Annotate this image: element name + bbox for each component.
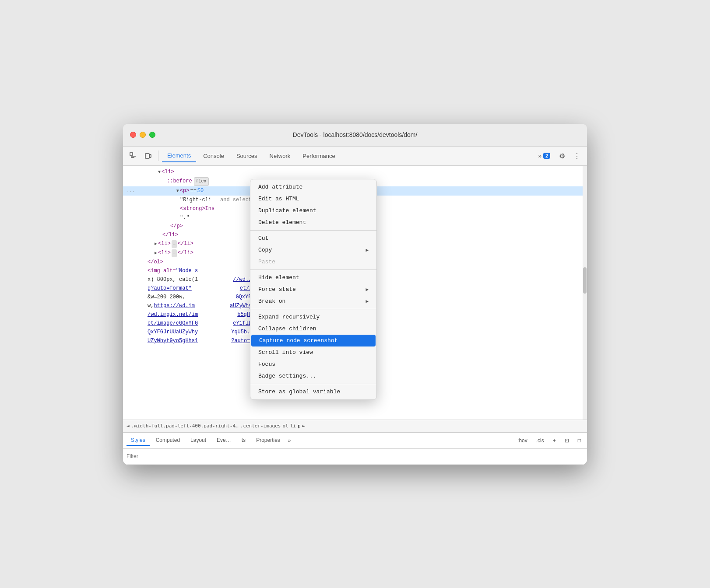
expand-arrow-li1[interactable]: ▶ bbox=[155, 240, 157, 248]
li-close-1: </li> bbox=[178, 240, 193, 248]
close-button[interactable] bbox=[130, 132, 136, 138]
menu-separator-2 bbox=[250, 270, 376, 270]
svg-rect-0 bbox=[130, 153, 133, 155]
li-ellipsis-1[interactable]: … bbox=[172, 240, 177, 248]
img-link7a: QxYFGJrUUaUZyWhy bbox=[148, 328, 198, 336]
breadcrumb-back[interactable]: ◄ bbox=[127, 423, 130, 429]
strong-tag: <strong>Ins bbox=[180, 205, 214, 213]
more-bottom-tabs[interactable]: » bbox=[288, 438, 291, 444]
img-link4a: https://wd.im bbox=[154, 302, 195, 310]
context-menu-overlay: Add attribute Edit as HTML Duplicate ele… bbox=[250, 179, 377, 400]
tab-properties[interactable]: Properties bbox=[252, 435, 285, 446]
li-ellipsis-2[interactable]: … bbox=[172, 249, 177, 257]
tag-open: <li> bbox=[162, 168, 174, 176]
scroll-thumb[interactable] bbox=[583, 267, 587, 294]
minimize-button[interactable] bbox=[140, 132, 146, 138]
break-on-label: Break on bbox=[258, 298, 285, 304]
img-attr-x: x) 800px, calc(1 bbox=[148, 276, 198, 284]
tab-sources[interactable]: Sources bbox=[231, 150, 263, 162]
tab-console[interactable]: Console bbox=[198, 150, 229, 162]
tab-ts[interactable]: ts bbox=[237, 435, 250, 446]
menu-item-badge-settings[interactable]: Badge settings... bbox=[250, 370, 376, 382]
devtools-toolbar: Elements Console Sources Network Perform… bbox=[123, 147, 587, 166]
inspect-element-button[interactable] bbox=[127, 149, 140, 162]
li-tag-1: <li> bbox=[158, 240, 171, 248]
menu-item-copy[interactable]: Copy ▶ bbox=[250, 244, 376, 256]
filter-bar bbox=[123, 449, 587, 465]
svg-rect-4 bbox=[149, 154, 151, 158]
expand-arrow-li2[interactable]: ▶ bbox=[155, 249, 157, 257]
pseudo-element: ::before bbox=[167, 177, 192, 185]
img-link8a: UZyWhyt9yo5gHhs1 bbox=[148, 337, 198, 345]
breadcrumb-bar: ◄ .width-full.pad-left-400.pad-right-4… … bbox=[123, 420, 587, 433]
menu-item-scroll-into-view[interactable]: Scroll into view bbox=[250, 346, 376, 358]
tab-performance[interactable]: Performance bbox=[297, 150, 340, 162]
menu-separator-3 bbox=[250, 309, 376, 309]
computed-layout-icon[interactable]: ⊡ bbox=[562, 437, 572, 444]
title-bar: DevTools - localhost:8080/docs/devtools/… bbox=[123, 124, 587, 147]
menu-item-capture-screenshot[interactable]: Capture node screenshot bbox=[251, 335, 376, 346]
more-menu-button[interactable]: ⋮ bbox=[570, 149, 583, 162]
tab-computed[interactable]: Computed bbox=[151, 435, 184, 446]
menu-item-duplicate[interactable]: Duplicate element bbox=[250, 205, 376, 217]
menu-item-store-global[interactable]: Store as global variable bbox=[250, 386, 376, 398]
device-toolbar-button[interactable] bbox=[141, 149, 155, 162]
dots-indicator: ... bbox=[127, 187, 135, 195]
more-tabs-button[interactable]: » 2 bbox=[535, 151, 554, 161]
img-200w: &w=200 200w, bbox=[148, 293, 185, 301]
menu-item-collapse[interactable]: Collapse children bbox=[250, 323, 376, 335]
menu-item-hide[interactable]: Hide element bbox=[250, 272, 376, 284]
breadcrumb-p[interactable]: p bbox=[298, 423, 301, 429]
eq-sign: == bbox=[190, 187, 196, 195]
copy-label: Copy bbox=[258, 247, 272, 253]
breadcrumb-li[interactable]: li bbox=[290, 423, 296, 429]
li-close-2: </li> bbox=[178, 249, 193, 257]
tab-network[interactable]: Network bbox=[264, 150, 296, 162]
tab-styles[interactable]: Styles bbox=[127, 435, 150, 446]
tab-elements[interactable]: Elements bbox=[162, 150, 196, 162]
tab-layout[interactable]: Layout bbox=[186, 435, 211, 446]
hov-button[interactable]: :hov bbox=[515, 437, 530, 444]
flex-badge: flex bbox=[194, 177, 209, 186]
cls-button[interactable]: .cls bbox=[534, 437, 547, 444]
add-style-button[interactable]: + bbox=[550, 437, 559, 444]
breadcrumb-center-images[interactable]: .center-images bbox=[240, 423, 281, 429]
tab-event-listeners[interactable]: Eve… bbox=[212, 435, 235, 446]
maximize-button[interactable] bbox=[149, 132, 155, 138]
copy-arrow: ▶ bbox=[366, 247, 369, 253]
toolbar-separator bbox=[158, 150, 158, 161]
menu-item-force-state[interactable]: Force state ▶ bbox=[250, 284, 376, 295]
breadcrumb-ol[interactable]: ol bbox=[282, 423, 288, 429]
scroll-track[interactable] bbox=[583, 166, 587, 420]
img-tag: <img alt="Node s bbox=[148, 267, 198, 275]
menu-item-break-on[interactable]: Break on ▶ bbox=[250, 295, 376, 307]
dom-panel[interactable]: ▼ <li> ::before flex ... ▼ <p> == $0 "Ri… bbox=[123, 166, 587, 420]
menu-separator-1 bbox=[250, 230, 376, 231]
menu-item-paste: Paste bbox=[250, 256, 376, 268]
devtools-body: ▼ <li> ::before flex ... ▼ <p> == $0 "Ri… bbox=[123, 166, 587, 465]
menu-item-cut[interactable]: Cut bbox=[250, 232, 376, 244]
menu-separator-4 bbox=[250, 384, 376, 384]
menu-item-expand[interactable]: Expand recursively bbox=[250, 311, 376, 323]
toolbar-right: » 2 ⚙ ⋮ bbox=[535, 149, 583, 162]
break-on-arrow: ▶ bbox=[366, 298, 369, 304]
menu-item-edit-html[interactable]: Edit as HTML bbox=[250, 193, 376, 205]
breadcrumb-forward[interactable]: ► bbox=[302, 423, 306, 429]
menu-item-delete[interactable]: Delete element bbox=[250, 217, 376, 228]
menu-item-focus[interactable]: Focus bbox=[250, 358, 376, 370]
bottom-right-actions: :hov .cls + ⊡ □ bbox=[515, 437, 583, 444]
ol-close-tag: </ol> bbox=[148, 258, 163, 266]
expand-arrow-p[interactable]: ▼ bbox=[176, 187, 179, 195]
svg-rect-3 bbox=[145, 154, 149, 158]
force-state-label: Force state bbox=[258, 286, 296, 293]
img-w: w, bbox=[148, 302, 154, 310]
img-link6a: et/image/cGQxYFG bbox=[148, 319, 198, 327]
settings-button[interactable]: ⚙ bbox=[555, 149, 569, 162]
breadcrumb-container[interactable]: .width-full.pad-left-400.pad-right-4… bbox=[131, 423, 239, 429]
expand-arrow[interactable]: ▼ bbox=[158, 168, 161, 176]
li-tag-2: <li> bbox=[158, 249, 171, 257]
p-close-tag: </p> bbox=[170, 222, 183, 230]
sidebar-toggle[interactable]: □ bbox=[575, 437, 583, 444]
filter-input[interactable] bbox=[127, 453, 583, 459]
menu-item-add-attribute[interactable]: Add attribute bbox=[250, 181, 376, 193]
